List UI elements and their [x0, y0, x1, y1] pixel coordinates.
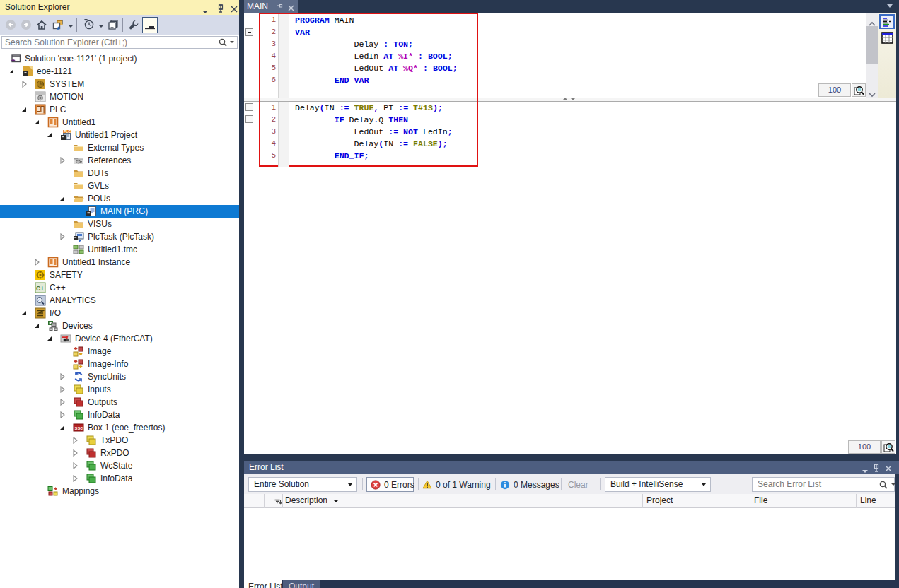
svg-text:C+: C+ [36, 285, 44, 292]
svg-text:ssc: ssc [74, 425, 83, 430]
